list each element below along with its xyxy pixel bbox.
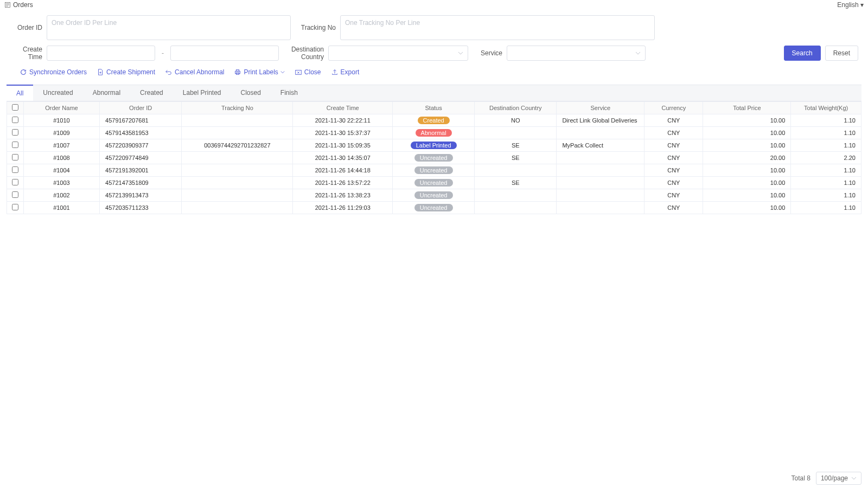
cell: SE xyxy=(475,139,557,152)
cell: CNY xyxy=(644,114,703,127)
col-header: Total Price xyxy=(703,102,791,114)
sync-orders-action[interactable]: Synchronize Orders xyxy=(20,68,87,76)
cell: 10.00 xyxy=(703,189,791,202)
row-checkbox[interactable] xyxy=(12,129,18,136)
cell: 1.10 xyxy=(791,164,861,177)
cell xyxy=(557,189,644,202)
cell: 10.00 xyxy=(703,202,791,214)
cell xyxy=(557,164,644,177)
cell xyxy=(475,127,557,139)
date-separator: - xyxy=(159,49,166,57)
service-select[interactable] xyxy=(507,46,646,61)
col-header: Service xyxy=(557,102,644,114)
cell xyxy=(557,202,644,214)
cell: CNY xyxy=(644,127,703,139)
tab-abnormal[interactable]: Abnormal xyxy=(83,85,130,101)
cell: 1.10 xyxy=(791,114,861,127)
tracking-no-label: Tracking No xyxy=(295,24,336,31)
box-x-icon xyxy=(295,68,302,76)
cell xyxy=(182,177,293,189)
cell: Uncreated xyxy=(393,164,475,177)
status-badge: Uncreated xyxy=(414,179,453,187)
order-id-input[interactable] xyxy=(47,15,291,40)
row-checkbox[interactable] xyxy=(12,179,18,185)
cell xyxy=(557,152,644,164)
cell: 1.10 xyxy=(791,139,861,152)
cell xyxy=(557,127,644,139)
col-header: Destination Country xyxy=(475,102,557,114)
status-badge: Created xyxy=(418,117,450,124)
cell: 4579167207681 xyxy=(100,114,182,127)
table-row[interactable]: #100145720357112332021-11-26 11:29:03Unc… xyxy=(7,202,861,214)
cell: 4572209774849 xyxy=(100,152,182,164)
cell: #1002 xyxy=(23,189,99,202)
cell: CNY xyxy=(644,152,703,164)
cell: Uncreated xyxy=(393,152,475,164)
tab-finish[interactable]: Finish xyxy=(271,85,308,101)
row-checkbox[interactable] xyxy=(12,191,18,198)
cell: 4572203909377 xyxy=(100,139,182,152)
orders-table: Order NameOrder IDTracking NoCreate Time… xyxy=(7,101,861,214)
create-time-to[interactable] xyxy=(170,46,279,61)
row-checkbox[interactable] xyxy=(12,117,18,123)
cell: 4572147351809 xyxy=(100,177,182,189)
cell: Created xyxy=(393,114,475,127)
table-row[interactable]: #100845722097748492021-11-30 14:35:07Unc… xyxy=(7,152,861,164)
cell: 1.10 xyxy=(791,127,861,139)
cell: Direct Link Global Deliveries xyxy=(557,114,644,127)
print-labels-action[interactable]: Print Labels xyxy=(234,68,284,76)
row-checkbox[interactable] xyxy=(12,204,18,210)
cell: 1.10 xyxy=(791,202,861,214)
cell: 10.00 xyxy=(703,114,791,127)
cell: CNY xyxy=(644,139,703,152)
col-header: Order ID xyxy=(100,102,182,114)
row-checkbox[interactable] xyxy=(12,154,18,160)
tab-all[interactable]: All xyxy=(7,85,33,101)
cell: Uncreated xyxy=(393,202,475,214)
export-action[interactable]: Export xyxy=(331,68,360,76)
tab-uncreated[interactable]: Uncreated xyxy=(33,85,82,101)
cell: Abnormal xyxy=(393,127,475,139)
cell: SE xyxy=(475,152,557,164)
row-checkbox[interactable] xyxy=(12,166,18,173)
table-row[interactable]: #100745722039093770036974429270123282720… xyxy=(7,139,861,152)
tab-closed[interactable]: Closed xyxy=(231,85,271,101)
cell: 4572139913473 xyxy=(100,189,182,202)
table-row[interactable]: #100945791435819532021-11-30 15:37:37Abn… xyxy=(7,127,861,139)
create-shipment-action[interactable]: Create Shipment xyxy=(97,68,155,76)
cell: 2021-11-26 13:38:23 xyxy=(293,189,393,202)
close-action[interactable]: Close xyxy=(295,68,321,76)
tab-created[interactable]: Created xyxy=(130,85,173,101)
chevron-down-icon xyxy=(635,50,641,56)
cell: 20.00 xyxy=(703,152,791,164)
cell xyxy=(475,189,557,202)
table-row[interactable]: #100345721473518092021-11-26 13:57:22Unc… xyxy=(7,177,861,189)
language-select[interactable]: English ▾ xyxy=(837,1,864,9)
tracking-no-input[interactable] xyxy=(340,15,655,40)
cell: Label Printed xyxy=(393,139,475,152)
col-header: Status xyxy=(393,102,475,114)
reset-button[interactable]: Reset xyxy=(825,46,858,61)
cell: CNY xyxy=(644,177,703,189)
tab-label-printed[interactable]: Label Printed xyxy=(173,85,231,101)
table-row[interactable]: #100445721913920012021-11-26 14:44:18Unc… xyxy=(7,164,861,177)
cell: 2021-11-26 11:29:03 xyxy=(293,202,393,214)
cancel-abnormal-action[interactable]: Cancel Abnormal xyxy=(165,68,224,76)
table-row[interactable]: #100245721399134732021-11-26 13:38:23Unc… xyxy=(7,189,861,202)
cell: NO xyxy=(475,114,557,127)
status-badge: Uncreated xyxy=(414,191,453,199)
dest-country-select[interactable] xyxy=(328,46,468,61)
cell: SE xyxy=(475,177,557,189)
dest-country-label: Destination Country xyxy=(283,46,324,61)
chevron-down-icon xyxy=(280,70,285,74)
breadcrumb: Orders English ▾ xyxy=(0,0,868,10)
cell: #1010 xyxy=(23,114,99,127)
create-time-from[interactable] xyxy=(47,46,155,61)
search-button[interactable]: Search xyxy=(784,46,821,61)
table-row[interactable]: #101045791672076812021-11-30 22:22:11Cre… xyxy=(7,114,861,127)
svg-rect-7 xyxy=(237,70,239,72)
select-all-checkbox[interactable] xyxy=(12,104,18,111)
row-checkbox[interactable] xyxy=(12,142,18,148)
order-id-label: Order ID xyxy=(10,24,42,31)
cell xyxy=(557,177,644,189)
